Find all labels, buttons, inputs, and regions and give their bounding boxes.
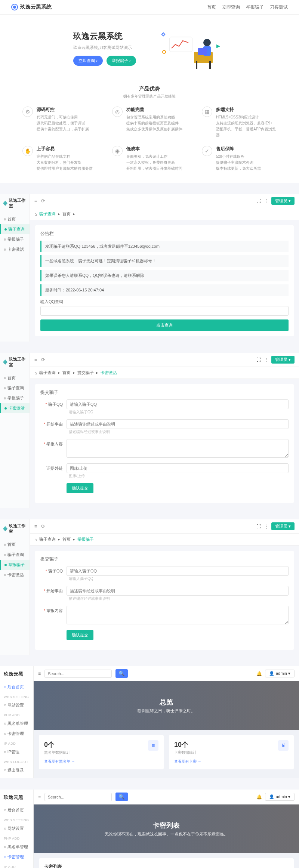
search-button[interactable]: 🔍 [115, 793, 128, 801]
user-menu[interactable]: 👤 admin ▾ [265, 793, 295, 801]
sidebar-item[interactable]: 卡密激活 [0, 570, 30, 580]
stat-link[interactable]: 查看现有卡密 → [174, 759, 201, 764]
search-input[interactable] [44, 793, 112, 801]
breadcrumb: ⌂ 骗子查询 ▸ 首页 ▸ 举报骗子 [30, 534, 299, 546]
diamond-icon [3, 359, 7, 365]
search-button[interactable]: 🔍 [115, 669, 128, 678]
report-button[interactable]: 举报骗子 › [107, 56, 136, 66]
form-textarea[interactable] [67, 606, 289, 624]
expand-icon[interactable]: ⛶ [256, 198, 261, 204]
user-menu[interactable]: 管理员 ▾ [271, 197, 295, 205]
form-row: 举报内容 [40, 606, 289, 625]
bc-item[interactable]: 举报骗子 [77, 537, 94, 542]
user-menu[interactable]: 管理员 ▾ [271, 356, 295, 364]
sidebar-item[interactable]: ○ 退出登录 [0, 765, 33, 775]
svg-rect-2 [196, 61, 197, 69]
admin-logo: 玖逸工作室 [0, 353, 30, 371]
sidebar-item[interactable]: ○ 卡密管理 [0, 852, 33, 862]
submit-button[interactable]: 确认提交 [67, 630, 93, 640]
bc-item[interactable]: 卡密激活 [101, 370, 117, 376]
sidebar-section-label: IP ADD [0, 739, 33, 747]
bc-item[interactable]: 提交骗子 [77, 370, 94, 376]
home-icon[interactable]: ⌂ [34, 537, 37, 542]
form-row: 骗子QQ 请输入骗子QQ [40, 566, 289, 581]
table-title: 卡密列表 [44, 864, 289, 868]
bc-item[interactable]: 骗子查询 [39, 211, 56, 217]
home-icon[interactable]: ⌂ [34, 212, 37, 216]
stat-icon: ≡ [148, 740, 158, 751]
bc-item[interactable]: 首页 [62, 537, 71, 542]
menu-icon[interactable]: ≡ [38, 794, 41, 800]
user-menu[interactable]: 管理员 ▾ [271, 522, 295, 530]
sidebar-item[interactable]: 举报骗子 [0, 234, 30, 244]
nav-home[interactable]: 首页 [207, 4, 216, 10]
sidebar-item[interactable]: ○ 后台首页 [0, 805, 33, 815]
menu-toggle-icon[interactable]: ≡ [34, 198, 37, 204]
sidebar-item[interactable]: 首页 [0, 214, 30, 224]
nav-test[interactable]: 刀客测试 [270, 4, 288, 10]
sidebar-item[interactable]: ○ 黑名单管理 [0, 842, 33, 852]
hero-title: 总览 [160, 698, 173, 707]
sidebar-item[interactable]: 骗子查询 [0, 383, 30, 393]
feature-line: 版本持续更新，免大众所需 [216, 166, 261, 172]
form-input[interactable] [67, 586, 289, 596]
form-row: 开始事由 描述骗诈经过或事由说明 [40, 586, 289, 601]
nav-report[interactable]: 举报骗子 [246, 4, 264, 10]
submit-button[interactable]: 确认提交 [67, 483, 93, 493]
search-input[interactable] [44, 670, 112, 678]
form-label: 骗子QQ [40, 566, 63, 574]
stat-link[interactable]: 查看现有黑名单 → [44, 759, 75, 764]
sidebar-item[interactable]: ○ 网站设置 [0, 824, 33, 834]
sidebar-section-label: PHP ADD [0, 710, 33, 719]
form-hint: 请输入骗子QQ [69, 410, 93, 414]
svg-rect-3 [209, 61, 211, 69]
sidebar-item[interactable]: 骗子查询 [0, 224, 30, 234]
notif-icon[interactable]: 🔔 [256, 794, 262, 800]
refresh-icon[interactable]: ⟳ [41, 523, 45, 529]
expand-icon[interactable]: ⛶ [256, 524, 261, 529]
menu-icon[interactable]: ≡ [38, 671, 41, 676]
sidebar-item[interactable]: 举报骗子 [0, 393, 30, 403]
sidebar-item[interactable]: ○ 卡密管理 [0, 729, 33, 739]
query-submit-button[interactable]: 点击查询 [40, 319, 289, 331]
bc-item[interactable]: 骗子查询 [39, 537, 56, 542]
sidebar-item[interactable]: 卡密激活 [0, 244, 30, 254]
sidebar-item[interactable]: 首页 [0, 373, 30, 383]
sidebar-item[interactable]: ○ IP管理 [0, 747, 33, 757]
refresh-icon[interactable]: ⟳ [41, 198, 45, 204]
user-menu[interactable]: 👤 admin ▾ [265, 670, 295, 677]
feature-item: ✋ 上手容易 完善的产品在线文档大量案例分析，热门开发型提供即时用户专属技术解答… [22, 146, 97, 172]
dot-icon [4, 387, 6, 389]
more-icon[interactable]: ⋮ [264, 524, 268, 529]
nav-query[interactable]: 立即查询 [222, 4, 240, 10]
form-input[interactable] [67, 399, 289, 409]
sidebar-item[interactable]: 骗子查询 [0, 550, 30, 560]
expand-icon[interactable]: ⛶ [256, 357, 261, 362]
form-input[interactable] [67, 419, 289, 429]
query-button[interactable]: 立即查询 › [73, 56, 103, 66]
sidebar-item[interactable]: 举报骗子 [0, 560, 30, 570]
sidebar-item[interactable]: 卡密激活 [0, 403, 30, 413]
menu-toggle-icon[interactable]: ≡ [34, 357, 37, 362]
more-icon[interactable]: ⋮ [264, 198, 268, 204]
form-input[interactable] [67, 463, 289, 473]
refresh-icon[interactable]: ⟳ [41, 357, 45, 362]
top-nav: 首页 立即查询 举报骗子 刀客测试 [207, 4, 288, 10]
bc-item[interactable]: 首页 [62, 211, 71, 217]
qq-input[interactable] [40, 306, 289, 316]
form-textarea[interactable] [67, 439, 289, 458]
bc-item[interactable]: 骗子查询 [39, 370, 56, 376]
feature-item: ✓ 售后保障 5x8小时在线服务提供骗子主流技术咨询版本持续更新，免大众所需 [202, 146, 277, 172]
hero-title: 卡密列表 [153, 821, 180, 830]
sidebar-item[interactable]: 首页 [0, 540, 30, 550]
more-icon[interactable]: ⋮ [264, 357, 268, 362]
bc-item[interactable]: 首页 [62, 370, 71, 376]
home-icon[interactable]: ⌂ [34, 371, 37, 375]
sidebar-item[interactable]: ○ 黑名单管理 [0, 719, 33, 729]
menu-toggle-icon[interactable]: ≡ [34, 523, 37, 529]
feature-line: 包含管理系统常用的基础功能 [126, 114, 182, 120]
sidebar-item[interactable]: ○ 网站设置 [0, 700, 33, 710]
form-input[interactable] [67, 566, 289, 576]
notif-icon[interactable]: 🔔 [256, 671, 262, 676]
sidebar-item[interactable]: ○ 后台首页 [0, 682, 33, 692]
